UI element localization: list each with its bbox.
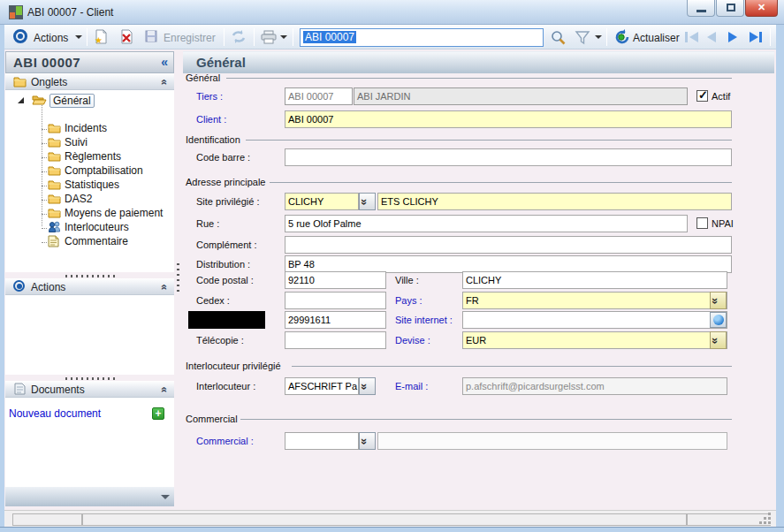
actions-dropdown-icon[interactable]: [75, 35, 82, 39]
pays-label: Pays :: [395, 295, 422, 306]
search-input[interactable]: ABI 00007: [300, 28, 544, 47]
resize-grip[interactable]: [760, 514, 771, 525]
tree-item-label[interactable]: Statistiques: [65, 179, 119, 191]
filter-icon[interactable]: [575, 30, 590, 45]
maximize-button[interactable]: [716, 0, 744, 17]
site-internet-field[interactable]: [462, 311, 727, 329]
email-field: p.afschrift@picardsurgelsst.com: [462, 377, 727, 395]
tiers-name-field[interactable]: ABI JARDIN: [354, 87, 688, 105]
new-record-icon[interactable]: ★: [94, 29, 109, 44]
note-icon: [48, 235, 59, 247]
actions-panel-header[interactable]: Actions: [5, 278, 174, 295]
tree-item-label[interactable]: Suivi: [65, 136, 88, 148]
last-record-button[interactable]: [750, 32, 758, 42]
section-divider: [240, 419, 732, 420]
refresh-icon[interactable]: [231, 29, 247, 44]
pays-dropdown-icon[interactable]: [710, 292, 727, 309]
code-barre-field[interactable]: [285, 148, 732, 166]
first-record-icon[interactable]: [685, 32, 688, 42]
panel-resize-handle[interactable]: [65, 377, 115, 380]
globe-icon[interactable]: [710, 312, 727, 328]
title-bar[interactable]: ABI 00007 - Client: [0, 0, 784, 25]
devise-combo[interactable]: EUR: [462, 331, 727, 349]
collapse-panel-icon[interactable]: [161, 384, 167, 396]
previous-record-button[interactable]: [707, 32, 716, 42]
telecopie-field[interactable]: [285, 331, 386, 349]
next-record-button[interactable]: [728, 32, 737, 42]
people-icon: [48, 221, 62, 232]
telephone-field[interactable]: 29991611: [285, 311, 386, 329]
print-icon[interactable]: [261, 30, 277, 44]
toolbar-separator: [87, 28, 88, 46]
section-general: Général: [186, 72, 220, 83]
commercial-label: Commercial :: [196, 436, 254, 446]
tree-item-label[interactable]: Comptabilisation: [65, 164, 143, 177]
devise-dropdown-icon[interactable]: [710, 331, 727, 349]
minimize-button[interactable]: [687, 0, 715, 17]
app-icon: [9, 5, 23, 19]
print-dropdown-icon[interactable]: [280, 35, 287, 39]
add-document-button[interactable]: [152, 407, 164, 420]
npai-label: NPAI: [712, 218, 734, 229]
tree-item-label[interactable]: Moyens de paiement: [65, 207, 163, 219]
tree-expander-icon[interactable]: [18, 97, 24, 103]
site-name-field[interactable]: ETS CLICHY: [377, 193, 732, 210]
window-title: ABI 00007 - Client: [27, 6, 113, 19]
complement-field[interactable]: [285, 236, 732, 254]
filter-dropdown-icon[interactable]: [595, 35, 602, 39]
devise-label: Devise :: [395, 335, 430, 346]
commercial-dropdown-icon[interactable]: [359, 432, 376, 450]
interlocuteur-dropdown-icon[interactable]: [359, 377, 376, 395]
tree-item-label[interactable]: Général: [49, 94, 95, 108]
page-title: Général: [196, 55, 246, 70]
ville-field[interactable]: CLICHY: [462, 271, 727, 289]
tree-connector-stub: [42, 200, 47, 201]
save-button[interactable]: Enregistrer: [164, 32, 216, 44]
interlocuteur-combo[interactable]: AFSCHRIFT Pa: [285, 377, 359, 395]
tree-item-label[interactable]: Incidents: [65, 122, 107, 134]
pays-combo[interactable]: FR: [462, 292, 727, 309]
site-privilegie-combo[interactable]: CLICHY: [285, 193, 359, 210]
tiers-code-field[interactable]: ABI 00007: [285, 87, 353, 105]
actions-bullseye-icon: [13, 280, 25, 292]
search-icon[interactable]: [551, 30, 566, 45]
section-divider: [292, 366, 732, 367]
collapse-panel-icon[interactable]: [161, 76, 167, 88]
onglets-panel-header[interactable]: Onglets: [5, 73, 174, 90]
cedex-field[interactable]: [285, 292, 386, 309]
actions-menu-button[interactable]: Actions: [34, 32, 68, 44]
panel-resize-handle[interactable]: [65, 275, 115, 277]
site-internet-label: Site internet :: [395, 315, 453, 325]
actualiser-button[interactable]: Actualiser: [633, 32, 680, 44]
last-record-icon[interactable]: [759, 32, 762, 42]
folder-icon: [48, 164, 61, 176]
site-privilegie-dropdown-icon[interactable]: [359, 193, 376, 210]
tree-item-label[interactable]: Règlements: [65, 150, 121, 163]
commercial-combo[interactable]: [285, 432, 359, 450]
distribution-field[interactable]: BP 48: [285, 255, 732, 273]
actif-checkbox[interactable]: [696, 90, 708, 102]
rue-field[interactable]: 5 rue Olof Palme: [285, 215, 688, 232]
sidebar-record-header: ABI 00007 «: [5, 51, 174, 73]
npai-checkbox[interactable]: [696, 217, 708, 229]
save-icon[interactable]: [144, 29, 159, 44]
search-input-value: ABI 00007: [303, 31, 356, 43]
code-postal-field[interactable]: 92110: [285, 271, 386, 289]
tree-item-label[interactable]: Interlocuteurs: [65, 221, 129, 233]
delete-record-icon[interactable]: [119, 29, 134, 44]
splitter-handle[interactable]: [177, 263, 179, 295]
first-record-button[interactable]: [689, 32, 698, 42]
sidebar-footer-bar[interactable]: [5, 487, 174, 506]
tree-item-label[interactable]: Commentaire: [65, 235, 128, 247]
new-document-link[interactable]: Nouveau document: [9, 407, 101, 420]
collapse-panel-icon[interactable]: [161, 281, 167, 293]
folder-icon: [48, 136, 61, 148]
client-field[interactable]: ABI 00007: [285, 110, 732, 128]
document-icon: [14, 383, 26, 395]
page-title-band: Général: [183, 51, 774, 73]
tree-connector-stub: [42, 129, 47, 130]
close-button[interactable]: [745, 0, 778, 17]
tree-item-label[interactable]: DAS2: [65, 193, 92, 205]
documents-panel-header[interactable]: Documents: [5, 381, 174, 398]
sidebar-collapse-button[interactable]: «: [161, 55, 168, 69]
